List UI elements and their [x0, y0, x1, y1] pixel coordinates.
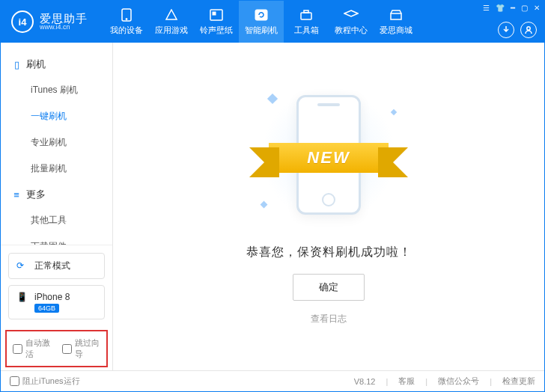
tab-toolbox[interactable]: 工具箱	[284, 1, 329, 43]
svg-rect-4	[255, 10, 267, 20]
phone-icon: ▯	[11, 59, 22, 70]
app-header: i4 爱思助手 www.i4.cn 我的设备 应用游戏 铃声壁纸 智能刷机	[1, 1, 544, 43]
logo-title: 爱思助手	[40, 13, 88, 24]
header-tabs: 我的设备 应用游戏 铃声壁纸 智能刷机 工具箱 教程中心	[104, 1, 418, 43]
ribbon-label: NEW	[269, 143, 389, 173]
sidebar-item-itunes-flash[interactable]: iTunes 刷机	[1, 77, 112, 103]
tab-label: 爱思商城	[380, 25, 412, 36]
download-button[interactable]	[498, 22, 514, 38]
menu-icon: ≡	[11, 189, 22, 200]
svg-point-8	[527, 27, 530, 30]
device-card[interactable]: 📱 iPhone 8 64GB	[8, 285, 105, 319]
tab-label: 智能刷机	[245, 25, 278, 36]
svg-rect-7	[391, 13, 401, 19]
wechat-link[interactable]: 微信公众号	[438, 376, 479, 387]
phone-icon: 📱	[16, 292, 28, 304]
sidebar-category-more: ≡ 更多	[1, 182, 112, 207]
tab-flash[interactable]: 智能刷机	[239, 1, 284, 43]
support-link[interactable]: 客服	[398, 376, 415, 387]
block-itunes-checkbox[interactable]: 阻止iTunes运行	[10, 376, 80, 387]
checkbox-label: 自动激活	[25, 337, 52, 360]
image-icon	[209, 8, 224, 22]
success-illustration: NEW	[254, 88, 404, 222]
user-button[interactable]	[520, 22, 537, 38]
sidebar-item-other-tools[interactable]: 其他工具	[1, 207, 112, 233]
refresh-icon	[254, 8, 269, 22]
minimize-icon[interactable]: ━	[511, 4, 515, 12]
success-message: 恭喜您，保资料刷机成功啦！	[246, 245, 412, 260]
svg-rect-6	[304, 10, 308, 13]
sidebar-item-download-firmware[interactable]: 下载固件	[1, 233, 112, 245]
refresh-icon: ⟳	[16, 260, 28, 272]
category-label: 刷机	[26, 58, 46, 71]
options-highlight-box: 自动激活 跳过向导	[5, 330, 108, 367]
app-logo: i4 爱思助手 www.i4.cn	[1, 10, 98, 33]
sidebar-item-batch-flash[interactable]: 批量刷机	[1, 156, 112, 182]
device-name: iPhone 8	[34, 292, 70, 302]
tab-tutorials[interactable]: 教程中心	[329, 1, 374, 43]
svg-rect-3	[213, 12, 216, 15]
tab-my-device[interactable]: 我的设备	[104, 1, 149, 43]
mode-card[interactable]: ⟳ 正常模式	[8, 253, 105, 279]
new-ribbon: NEW	[269, 143, 389, 173]
tab-label: 工具箱	[294, 25, 319, 36]
skin-icon[interactable]: 👕	[496, 4, 505, 12]
skip-guide-checkbox[interactable]: 跳过向导	[62, 337, 101, 360]
tab-apps[interactable]: 应用游戏	[149, 1, 194, 43]
graduation-icon	[344, 8, 359, 22]
sidebar-item-oneclick-flash[interactable]: 一键刷机	[1, 103, 112, 129]
storage-badge: 64GB	[34, 304, 59, 313]
logo-mark: i4	[11, 10, 34, 33]
category-label: 更多	[26, 188, 46, 201]
status-bar: 阻止iTunes运行 V8.12 | 客服 | 微信公众号 | 检查更新	[1, 370, 544, 391]
mode-label: 正常模式	[34, 260, 70, 272]
settings-icon[interactable]: ☰	[483, 4, 490, 12]
phone-icon	[119, 8, 134, 22]
check-update-link[interactable]: 检查更新	[502, 376, 535, 387]
tab-ringtones[interactable]: 铃声壁纸	[194, 1, 239, 43]
sidebar-category-flash: ▯ 刷机	[1, 52, 112, 77]
tab-label: 应用游戏	[155, 25, 188, 36]
svg-point-1	[126, 18, 127, 19]
auto-activate-checkbox[interactable]: 自动激活	[13, 337, 52, 360]
sidebar: ▯ 刷机 iTunes 刷机 一键刷机 专业刷机 批量刷机 ≡ 更多 其他工具 …	[1, 43, 113, 370]
svg-rect-5	[301, 13, 311, 19]
confirm-button[interactable]: 确定	[293, 274, 365, 301]
svg-rect-2	[210, 10, 222, 20]
logo-subtitle: www.i4.cn	[40, 24, 88, 31]
tab-label: 铃声壁纸	[200, 25, 233, 36]
tab-label: 教程中心	[335, 25, 368, 36]
main-content: NEW 恭喜您，保资料刷机成功啦！ 确定 查看日志	[113, 43, 544, 370]
sidebar-item-pro-flash[interactable]: 专业刷机	[1, 129, 112, 156]
view-log-link[interactable]: 查看日志	[311, 313, 347, 325]
window-controls: ☰ 👕 ━ ▢ ✕	[483, 4, 540, 12]
tab-store[interactable]: 爱思商城	[374, 1, 418, 43]
tab-label: 我的设备	[110, 25, 143, 36]
close-icon[interactable]: ✕	[534, 4, 540, 12]
checkbox-label: 阻止iTunes运行	[22, 376, 80, 387]
maximize-icon[interactable]: ▢	[521, 4, 528, 12]
store-icon	[389, 8, 404, 22]
checkbox-label: 跳过向导	[75, 337, 101, 360]
toolbox-icon	[299, 8, 314, 22]
appstore-icon	[164, 8, 179, 22]
version-label: V8.12	[354, 377, 376, 386]
